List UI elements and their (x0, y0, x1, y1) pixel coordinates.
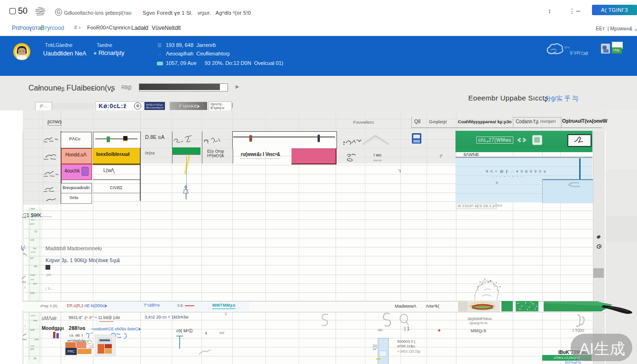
svg-text:oʂt: oʂt (30, 256, 34, 259)
svg-text:446: 446 (30, 328, 35, 331)
svg-text:ʂet: ʂet (30, 347, 34, 350)
svg-text:Ş˘ӧŦΓOǾ: Ş˘ӧŦΓOǾ (570, 50, 588, 56)
svg-text:ode: ode (34, 338, 39, 341)
svg-text:80: 80 (34, 265, 37, 268)
svg-text:ʂon: ʂon (30, 222, 35, 225)
svg-text:tre: tre (33, 247, 37, 250)
svg-text:reʂ: reʂ (33, 319, 37, 322)
svg-text:18: 18 (33, 357, 36, 360)
svg-text:10k: 10k (30, 291, 35, 294)
svg-text:ʂte: ʂte (33, 282, 37, 285)
svg-text:ᴛ(ᵒᴛ: ᴛ(ᵒᴛ (564, 46, 570, 50)
svg-text:12: 12 (34, 230, 37, 233)
svg-text:edı: edı (30, 238, 35, 241)
svg-text:cod: cod (30, 273, 35, 276)
svg-text:ıtʂe: ıtʂe (30, 207, 35, 210)
